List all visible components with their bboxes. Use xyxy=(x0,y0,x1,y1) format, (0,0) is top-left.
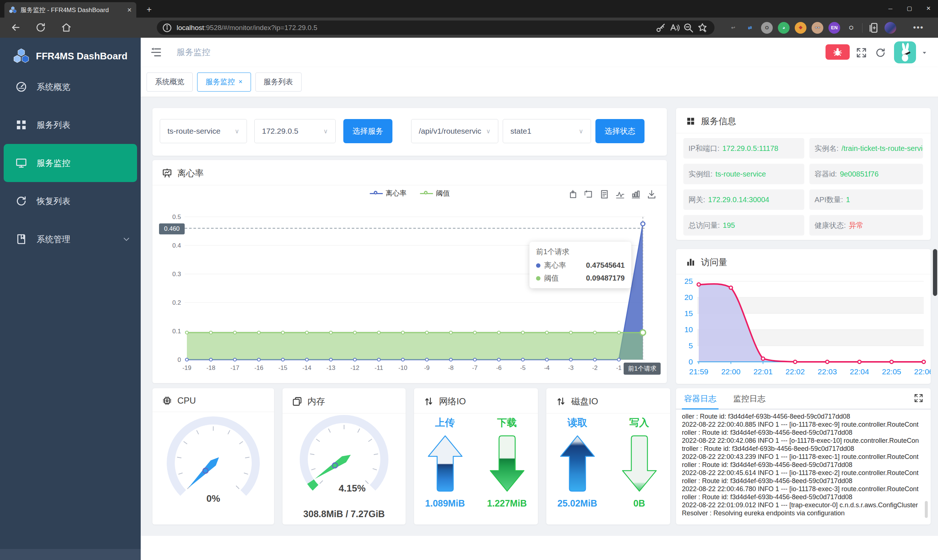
tag-系统概览[interactable]: 系统概览 xyxy=(146,72,193,92)
sidebar-item-系统管理[interactable]: 系统管理 xyxy=(0,220,141,258)
info-label: API数量: xyxy=(815,195,843,205)
svg-text:0.4: 0.4 xyxy=(172,242,181,249)
zoom-out-icon[interactable] xyxy=(682,22,695,33)
password-key-icon[interactable] xyxy=(654,22,668,33)
browser-reload-button[interactable] xyxy=(35,22,46,33)
address-bar[interactable]: localhost:9528/#/monitor/index?ip=172.29… xyxy=(157,20,715,35)
tag-服务列表[interactable]: 服务列表 xyxy=(256,72,302,92)
svg-text:-1: -1 xyxy=(616,365,621,371)
select-service-button[interactable]: 选择服务 xyxy=(343,119,393,143)
log-line: roller : Route id: f3d4d4ef-693b-4456-8e… xyxy=(682,493,920,501)
tag-close-icon[interactable]: × xyxy=(239,78,243,86)
favorite-star-icon[interactable] xyxy=(695,22,709,33)
svg-text:-8: -8 xyxy=(448,365,454,371)
sidebar-item-恢复列表[interactable]: 恢复列表 xyxy=(0,182,141,220)
sidebar-item-系统概览[interactable]: 系统概览 xyxy=(0,68,141,106)
io-label: 下载 xyxy=(497,416,517,429)
puzzle-extension-icon[interactable]: ⬡ xyxy=(845,22,857,34)
info-value: 9e00851f76 xyxy=(840,170,879,178)
browser-tab[interactable]: 服务监控 - FFR4MS DashBoard ✕ xyxy=(5,2,136,18)
site-info-icon[interactable] xyxy=(162,22,172,33)
toolbox-restore-icon[interactable] xyxy=(584,189,594,199)
user-avatar[interactable] xyxy=(894,42,916,63)
expand-icon[interactable] xyxy=(914,393,923,403)
svg-text:-6: -6 xyxy=(496,365,502,371)
toolbox-datazoom-icon[interactable] xyxy=(568,189,578,199)
page-scrollbar-thumb[interactable] xyxy=(933,249,937,296)
sidebar-footer[interactable] xyxy=(0,549,141,560)
eccentricity-card-header: 离心率 xyxy=(152,160,667,185)
legend-item-阈值[interactable]: 阈值 xyxy=(420,189,450,198)
tab-title: 服务监控 - FFR4MS DashBoard xyxy=(20,6,124,14)
url-host: localhost xyxy=(177,24,204,31)
toolbox-bar-icon[interactable] xyxy=(631,189,641,199)
svg-text:-17: -17 xyxy=(231,365,240,371)
visits-chart[interactable]: 051015202521:5922:0022:0122:0222:0322:04… xyxy=(676,274,931,384)
page-refresh-icon[interactable] xyxy=(875,47,886,58)
read-aloud-icon[interactable] xyxy=(668,22,682,33)
face-extension-icon[interactable]: 👓 xyxy=(812,22,823,34)
url-text[interactable]: localhost:9528/#/monitor/index?ip=172.29… xyxy=(177,24,654,32)
log-output[interactable]: oller : Route id: f3d4d4ef-693b-4456-8ee… xyxy=(682,412,920,521)
series-value: 0.47545641 xyxy=(586,261,625,269)
service-info-grid: IP和端口:172.29.0.5:11178实例名:/train-ticket-… xyxy=(683,138,923,235)
legend-item-离心率[interactable]: 离心率 xyxy=(370,189,407,198)
caret-down-icon[interactable] xyxy=(921,50,928,55)
service-select[interactable]: ts-route-service∨ xyxy=(160,119,247,143)
ip-select[interactable]: 172.29.0.5∨ xyxy=(254,119,336,143)
sidebar-item-服务列表[interactable]: 服务列表 xyxy=(0,106,141,144)
svg-text:25: 25 xyxy=(684,277,693,285)
logs-tab-容器日志[interactable]: 容器日志 xyxy=(684,393,716,409)
series-dot xyxy=(536,263,541,268)
window-minimize-button[interactable]: ─ xyxy=(881,0,900,17)
eccentricity-chart[interactable]: 00.10.20.30.40.5-19-18-17-16-15-14-13-12… xyxy=(152,200,667,383)
window-maximize-button[interactable]: ▢ xyxy=(900,0,919,17)
new-tab-button[interactable]: + xyxy=(144,5,155,15)
collections-icon[interactable] xyxy=(868,22,879,34)
back-button[interactable] xyxy=(10,22,21,33)
svg-text:-12: -12 xyxy=(350,365,359,371)
chart-tooltip: 前1个请求 离心率0.47545641阈值0.09487179 xyxy=(530,242,631,288)
browser-menu-icon[interactable]: ••• xyxy=(913,23,924,32)
extensions-row: ↩⇄O◕❖👓EN⬡ xyxy=(727,20,896,35)
breadcrumb[interactable]: 服务监控 xyxy=(177,46,210,58)
hamburger-icon[interactable] xyxy=(150,46,162,58)
svg-text:5: 5 xyxy=(688,342,693,350)
undo-extension-icon[interactable]: ↩ xyxy=(727,22,739,34)
fullscreen-icon[interactable] xyxy=(856,47,867,58)
chevron-down-icon: ∨ xyxy=(579,128,583,135)
top-navbar: 服务监控 xyxy=(141,38,938,67)
main-content: ts-route-service∨ 172.29.0.5∨ 选择服务 /api/… xyxy=(141,97,938,560)
bug-report-button[interactable] xyxy=(826,44,850,60)
toolbox-dataview-icon[interactable] xyxy=(599,189,609,199)
logs-tab-监控日志[interactable]: 监控日志 xyxy=(733,393,765,409)
browser-profile-avatar[interactable] xyxy=(884,22,896,34)
chevron-down-icon: ∨ xyxy=(235,128,239,135)
home-button[interactable] xyxy=(61,22,72,33)
api-select[interactable]: /api/v1/routeservic∨ xyxy=(411,119,498,143)
toolbox-line-icon[interactable] xyxy=(615,189,625,199)
memory-card: 内存 4.15% 308.8MiB / 7.27GiB xyxy=(282,388,406,525)
swap-arrows-extension-icon[interactable]: ⇄ xyxy=(744,22,756,34)
globe-extension-icon[interactable]: ◕ xyxy=(778,22,790,34)
svg-text:10: 10 xyxy=(684,325,693,334)
tag-服务监控[interactable]: 服务监控× xyxy=(197,72,251,92)
app-logo[interactable]: FFR4MS DashBoard xyxy=(0,38,141,65)
disk-io-columns: 读取 25.02MiB写入 0B xyxy=(546,416,670,509)
updown-arrows-icon xyxy=(556,396,566,406)
series-value: 0.09487179 xyxy=(586,274,625,282)
tab-close-icon[interactable]: ✕ xyxy=(127,6,132,14)
select-state-button[interactable]: 选择状态 xyxy=(595,119,644,143)
card-extension-icon[interactable]: ❖ xyxy=(795,22,807,34)
toolbox-save-image-icon[interactable] xyxy=(647,189,657,199)
window-close-button[interactable]: ✕ xyxy=(919,0,938,17)
translate-extension-icon[interactable]: EN xyxy=(829,22,840,34)
log-scrollbar-thumb[interactable] xyxy=(925,501,928,518)
svg-text:22:00: 22:00 xyxy=(721,367,741,376)
ring-extension-icon[interactable]: O xyxy=(761,22,773,34)
sidebar-item-服务监控[interactable]: 服务监控 xyxy=(4,144,137,182)
svg-text:-19: -19 xyxy=(182,365,192,371)
info-value: 异常 xyxy=(849,220,864,230)
svg-text:0.5: 0.5 xyxy=(172,214,181,220)
state-select[interactable]: state1∨ xyxy=(503,119,591,143)
